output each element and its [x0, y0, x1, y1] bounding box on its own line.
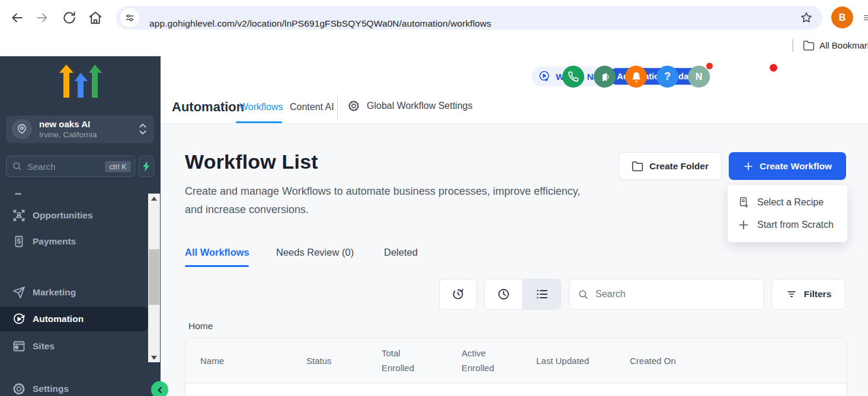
- clock-icon: [497, 287, 511, 301]
- user-avatar[interactable]: N: [688, 66, 710, 88]
- menu-item-select-recipe[interactable]: Select a Recipe: [728, 191, 847, 214]
- breadcrumb[interactable]: Home: [188, 321, 213, 331]
- bookmarks-folder-icon[interactable]: [803, 40, 815, 51]
- enrollment-history-button[interactable]: [439, 279, 477, 310]
- forward-icon[interactable]: [34, 10, 50, 25]
- column-header-total-enrolled[interactable]: Total Enrolled: [382, 346, 423, 375]
- table-body-empty: [185, 384, 847, 396]
- whats-new-pill[interactable]: What's New Automation Updates: [531, 66, 711, 86]
- location-name: new oaks AI: [39, 119, 90, 129]
- create-folder-button[interactable]: Create Folder: [619, 152, 722, 180]
- filter-icon: [786, 288, 797, 300]
- filters-button[interactable]: Filters: [771, 279, 845, 310]
- recent-view-button[interactable]: [485, 279, 523, 309]
- location-pin-icon: [12, 119, 32, 139]
- announcement-alert-dot: [770, 64, 777, 72]
- sidebar-search[interactable]: ctrl K: [6, 156, 135, 177]
- sites-icon: [12, 339, 26, 353]
- phone-button[interactable]: [562, 66, 584, 88]
- column-header-active-enrolled[interactable]: Active Enrolled: [462, 346, 503, 375]
- history-clock-icon: [451, 287, 465, 301]
- recipe-document-icon: [738, 197, 750, 208]
- payments-icon: [12, 234, 26, 249]
- settings-gear-icon: [12, 382, 26, 396]
- tab-all-workflows[interactable]: All Workflows: [185, 247, 249, 258]
- lightning-icon: [142, 161, 150, 172]
- whats-new-icon: [538, 70, 551, 83]
- scrolled-item-fragment: [15, 193, 21, 195]
- location-subtitle: Irvine, California: [39, 130, 97, 139]
- back-icon[interactable]: [9, 10, 25, 25]
- column-header-created-on[interactable]: Created On: [630, 353, 847, 368]
- list-view-button[interactable]: [523, 279, 560, 309]
- url-bar[interactable]: app.gohighlevel.com/v2/location/lnPS691g…: [116, 6, 822, 30]
- global-workflow-settings[interactable]: Global Workflow Settings: [347, 99, 472, 112]
- sidebar-search-input[interactable]: [27, 162, 105, 172]
- tab-content-ai[interactable]: Content AI: [290, 102, 334, 112]
- sidebar-item-sites[interactable]: Sites: [0, 337, 148, 355]
- chevron-left-icon: [155, 385, 165, 395]
- search-icon: [578, 289, 589, 300]
- megaphone-icon: [599, 71, 611, 83]
- home-icon[interactable]: [88, 10, 103, 25]
- tab-workflows[interactable]: Workflows: [239, 102, 283, 112]
- all-workflows-underline: [185, 265, 249, 267]
- plus-icon: [738, 219, 750, 231]
- updates-alert-dot: [706, 63, 713, 69]
- column-header-name[interactable]: Name: [200, 353, 306, 368]
- header-divider: [337, 95, 338, 120]
- location-switcher[interactable]: new oaks AI Irvine, California: [6, 115, 154, 143]
- column-header-last-updated[interactable]: Last Updated: [536, 353, 630, 368]
- list-icon: [535, 287, 549, 301]
- workflow-search-input[interactable]: [595, 289, 755, 300]
- ai-assistant-button[interactable]: [139, 156, 154, 177]
- create-workflow-button[interactable]: Create Workflow: [729, 152, 846, 180]
- search-icon: [12, 161, 23, 172]
- workflow-search[interactable]: [569, 279, 764, 310]
- workflow-list-title: Workflow List: [185, 150, 318, 173]
- table-header-row: Name Status Total Enrolled Active Enroll…: [185, 338, 847, 384]
- bookmark-star-icon[interactable]: [800, 11, 813, 24]
- chevron-up-down-icon: [139, 122, 147, 136]
- screen: app.gohighlevel.com/v2/location/lnPS691g…: [0, 0, 868, 396]
- reload-icon[interactable]: [62, 10, 77, 25]
- sidebar-item-settings[interactable]: Settings: [0, 380, 148, 396]
- gear-icon: [347, 99, 360, 112]
- workflows-tab-underline: [236, 121, 282, 123]
- bell-icon: [630, 71, 642, 83]
- sidebar-collapse-button[interactable]: [151, 381, 168, 396]
- column-header-status[interactable]: Status: [306, 353, 382, 368]
- scrollbar-thumb[interactable]: [149, 249, 159, 305]
- app-header: [161, 56, 868, 124]
- all-bookmarks-label[interactable]: All Bookmarks: [819, 36, 868, 56]
- sidebar-item-marketing[interactable]: Marketing: [0, 284, 148, 301]
- site-settings-icon[interactable]: [120, 8, 139, 27]
- sidebar-item-opportunities[interactable]: Opportunities: [0, 207, 148, 224]
- page-title: Automation: [172, 99, 244, 115]
- view-toggle: [484, 279, 561, 310]
- opportunities-icon: [12, 208, 26, 223]
- bookmarks-divider: [792, 39, 793, 52]
- gohighlevel-logo-icon: [59, 65, 103, 98]
- notifications-button[interactable]: [625, 66, 647, 88]
- menu-item-start-from-scratch[interactable]: Start from Scratch: [728, 214, 847, 236]
- plus-icon: [743, 161, 754, 172]
- shortcut-badge: ctrl K: [105, 161, 131, 172]
- scroll-down-arrow-icon[interactable]: [148, 353, 160, 362]
- browser-menu-icon[interactable]: [863, 13, 868, 22]
- tab-deleted[interactable]: Deleted: [384, 247, 418, 258]
- url-text[interactable]: app.gohighlevel.com/v2/location/lnPS691g…: [149, 12, 491, 36]
- workflow-list-description: Create and manage Workflows to automate …: [185, 182, 600, 219]
- sidebar-item-payments[interactable]: Payments: [0, 233, 148, 250]
- help-button[interactable]: ?: [656, 66, 678, 88]
- announcements-button[interactable]: [594, 66, 616, 88]
- tab-needs-review[interactable]: Needs Review (0): [276, 247, 354, 258]
- sidebar-item-automation[interactable]: Automation: [0, 307, 148, 331]
- scroll-up-arrow-icon[interactable]: [148, 194, 160, 203]
- sidebar-scrollbar[interactable]: [148, 194, 160, 362]
- create-workflow-menu: Select a Recipe Start from Scratch: [728, 185, 847, 242]
- folder-icon: [632, 160, 643, 172]
- question-mark-icon: ?: [664, 70, 671, 83]
- browser-profile-avatar[interactable]: B: [831, 7, 853, 28]
- browser-toolbar: app.gohighlevel.com/v2/location/lnPS691g…: [0, 0, 868, 36]
